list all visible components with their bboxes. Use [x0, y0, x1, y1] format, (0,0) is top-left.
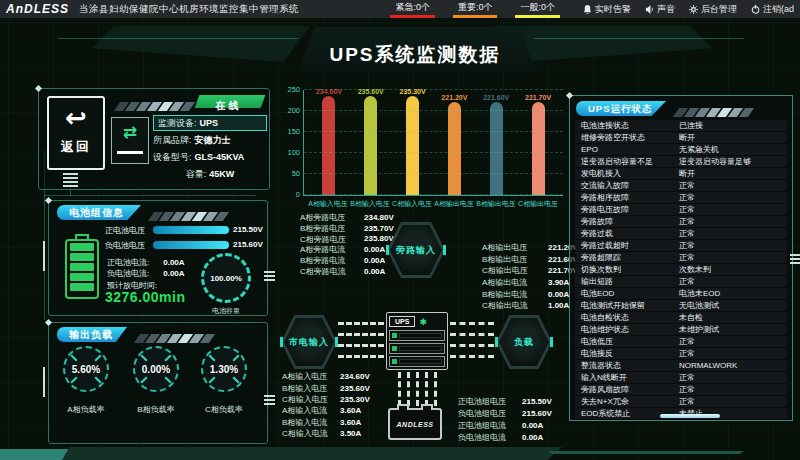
load-gauge-phase-b: 0.00%: [133, 346, 179, 392]
row-value: 3.90A: [548, 278, 569, 287]
status-row: 电池EOD 电池未EOD: [575, 288, 787, 300]
row-label: 设备型号:: [153, 152, 192, 162]
alarm-label: 紧急:: [395, 1, 416, 14]
node-label: 市电输入: [281, 315, 337, 369]
panel-bracket: [43, 367, 45, 397]
row-label: 正电池组电流: [458, 420, 522, 431]
node-label: 负载: [496, 315, 552, 369]
list-item: C相旁路电压 235.80V: [300, 234, 394, 245]
alarm-label: 重要:: [458, 1, 479, 14]
status-row: 旁路相序故障 正常: [575, 192, 787, 204]
panel-grip: [264, 395, 275, 407]
device-row-monitored: 监测设备:UPS: [153, 115, 267, 131]
alarm-count: 0个: [416, 1, 430, 14]
chart-x-label: A相输出电压: [433, 199, 475, 212]
alarm-badge-general[interactable]: 一般: 0个: [515, 0, 560, 18]
list-item: B相输出电流 0.00A: [482, 288, 578, 300]
alarm-badge-urgent[interactable]: 紧急: 0个: [390, 0, 435, 18]
list-item: 正电池组电流 0.00A: [458, 419, 552, 431]
device-row-capacity: 容量:45KW: [153, 167, 267, 184]
horizontal-scrollbar-thumb[interactable]: [660, 414, 720, 418]
status-label: 旁路过载超时: [575, 240, 679, 251]
status-label: 逆变器启动容量不足: [575, 156, 679, 167]
status-value: 断开: [679, 168, 695, 179]
status-label: EPO: [575, 145, 679, 154]
header-decor-line-left: [58, 38, 298, 39]
rack-slot: [389, 330, 445, 341]
corner-node: [35, 85, 42, 92]
row-value: 安德力士: [195, 135, 231, 145]
status-row: 电池低压 正常: [575, 336, 787, 348]
row-value: 0.00A: [163, 258, 184, 267]
status-row: 电池连接状态 已连接: [575, 120, 787, 132]
admin-console-button[interactable]: 后台管理: [689, 3, 737, 16]
node-label: 旁路输入: [387, 222, 445, 278]
gauge-label-a: A相负载率: [56, 404, 116, 415]
row-label: A相旁路电流: [300, 244, 364, 255]
capacity-value: 100.00%: [210, 274, 242, 283]
mains-input-values-list: A相输入电压 234.60V B相输入电压 235.60V C相输入电压 235…: [282, 371, 370, 439]
status-label: 失去N+X冗余: [575, 396, 679, 407]
page-title: UPS系统监测数据: [30, 42, 800, 68]
rack-slot: [389, 343, 445, 354]
chart-y-tick: 50: [284, 169, 300, 178]
row-value: GLS-45KVA: [195, 152, 245, 162]
status-value: 逆变器启动容量足够: [679, 156, 751, 167]
status-label: 电池自检状态: [575, 312, 679, 323]
load-panel-title: 输出负载: [57, 327, 127, 342]
alarm-badge-important[interactable]: 重要: 0个: [453, 0, 498, 18]
chart-y-tick: 100: [284, 148, 300, 157]
row-value: UPS: [200, 118, 219, 128]
list-item: C相输入电流 3.50A: [282, 428, 370, 439]
status-value: 正常: [679, 228, 695, 239]
row-value: 0.00A: [522, 421, 543, 430]
status-label: 整流器状态: [575, 360, 679, 371]
status-value: 已连接: [679, 120, 703, 131]
status-value: 电池未EOD: [679, 288, 720, 299]
status-value: 正常: [679, 396, 695, 407]
row-label: B相旁路电压: [300, 223, 364, 234]
status-row: 输出短路 正常: [575, 276, 787, 288]
row-label: A相旁路电压: [300, 212, 364, 223]
logout-button[interactable]: 注销(ad: [751, 3, 794, 16]
flow-lines-ups-to-load: [450, 322, 494, 366]
ups-device-icon-box: ⇄: [111, 117, 149, 164]
battery-voltage-row-negative: 负电池电压 215.60V: [105, 240, 265, 250]
list-item: A相旁路电流 0.00A: [300, 244, 394, 255]
chart-x-label: C相输入电压: [391, 199, 433, 212]
sound-button[interactable]: 声音: [645, 3, 675, 16]
bottom-decor-band: [62, 447, 562, 460]
corner-node: [566, 92, 573, 99]
status-label: 电池维护状态: [575, 324, 679, 335]
battery-group-values-list: 正电池组电压 215.50V 负电池组电压 215.60V 正电池组电流 0.0…: [458, 395, 552, 443]
connector-ladder: [63, 173, 78, 189]
row-label: 负电池组电流: [458, 432, 522, 443]
back-button[interactable]: ↩ 返回: [47, 96, 105, 170]
chart-gridline: [304, 173, 563, 174]
gauge-value: 0.00%: [142, 364, 170, 375]
battery-current-row-negative: 负电池电流:0.00A: [107, 268, 212, 279]
row-label: B相输入电压: [282, 383, 340, 394]
device-row-brand: 所属品牌:安德力士: [153, 133, 267, 150]
status-value: 正常: [679, 252, 695, 263]
row-value: 3.60A: [340, 406, 361, 415]
chart-bar: 221.20V: [448, 102, 461, 195]
ups-rack-label: UPS: [389, 316, 415, 327]
bypass-values-list: A相旁路电压 234.80V B相旁路电压 235.70V C相旁路电压 235…: [300, 212, 394, 277]
gauge-value: 5.60%: [72, 364, 100, 375]
status-value: 正常: [679, 336, 695, 347]
list-item: A相输出电压 221.20V: [482, 242, 578, 254]
list-item: 负电池组电压 215.60V: [458, 407, 552, 419]
bypass-input-node: 旁路输入: [387, 222, 445, 278]
row-label: 监测设备:: [158, 118, 197, 128]
button-label: 注销(ad: [763, 3, 794, 16]
list-item: A相旁路电压 234.80V: [300, 212, 394, 223]
realtime-alarm-button[interactable]: 实时告警: [583, 3, 631, 16]
rack-slot: [389, 356, 445, 367]
gauge-label-b: B相负载率: [126, 404, 186, 415]
output-values-list: A相输出电压 221.20V B相输出电压 221.60V C相输出电压 221…: [482, 242, 578, 312]
status-label: 交流输入故障: [575, 180, 679, 191]
list-item: A相输入电流 3.60A: [282, 405, 370, 416]
chart-bar-value-label: 221.70V: [525, 94, 551, 101]
status-label: 电池EOD: [575, 288, 679, 299]
